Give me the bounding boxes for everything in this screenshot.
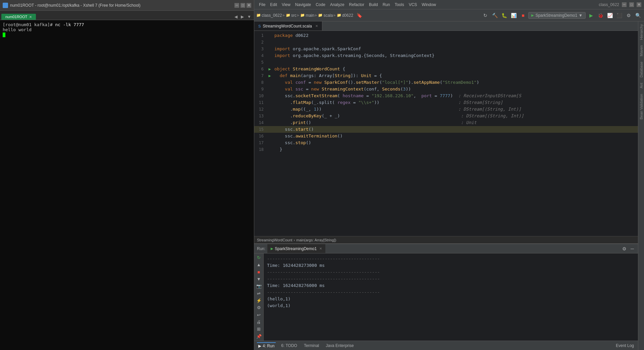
intellij-maximize-button[interactable]: □ bbox=[629, 2, 634, 7]
code-line-13: 13 .reduceByKey(_ + _) : DStream[(String… bbox=[254, 113, 638, 119]
menu-file[interactable]: File bbox=[257, 2, 267, 8]
tab-next-button[interactable]: ▶ bbox=[239, 14, 245, 20]
intellij-close-button[interactable]: ✕ bbox=[637, 2, 641, 7]
run-panel-tab[interactable]: ▶ SparkStreamingDemo1 ✕ bbox=[267, 244, 325, 253]
xshell-window-controls: ─ □ ✕ bbox=[234, 3, 251, 8]
intellij-minimize-button[interactable]: ─ bbox=[622, 2, 627, 7]
settings2-button[interactable]: ⚙ bbox=[255, 305, 263, 310]
code-line-2: 2 bbox=[254, 39, 638, 46]
tab-prev-button[interactable]: ◀ bbox=[233, 14, 239, 20]
layout-button[interactable]: ⊞ bbox=[255, 326, 263, 332]
tab-close-icon[interactable]: ✕ bbox=[29, 15, 32, 19]
code-line-15: 15 ssc.start() bbox=[254, 126, 638, 133]
editor-tab-label: StreamingWordCount.scala bbox=[263, 24, 312, 28]
side-panel-maven[interactable]: Maven bbox=[639, 43, 644, 59]
menu-view[interactable]: View bbox=[280, 2, 292, 8]
code-line-9: 9 val ssc = new StreamingContext(conf, S… bbox=[254, 86, 638, 93]
code-line-8: 8 val conf = new SparkConf().setMaster("… bbox=[254, 79, 638, 86]
menu-analyze[interactable]: Analyze bbox=[328, 2, 346, 8]
minimize-button[interactable]: ─ bbox=[234, 3, 239, 8]
search-everywhere-button[interactable]: 🔍 bbox=[634, 11, 642, 19]
code-line-14: 14 .print() : Unit bbox=[254, 119, 638, 126]
run-panel-body: ↻ ▲ ■ ▼ 📷 ⇌ ⚡ ⚙ ↩ 🖨 ⊞ 📌 bbox=[254, 253, 638, 341]
maximize-button[interactable]: □ bbox=[240, 3, 245, 8]
build-button[interactable]: 🔨 bbox=[491, 11, 499, 19]
scala-file-icon: S bbox=[258, 24, 261, 28]
code-line-18: 18 } bbox=[254, 146, 638, 153]
menu-build[interactable]: Build bbox=[367, 2, 380, 8]
bottom-tab-terminal[interactable]: Terminal bbox=[303, 343, 320, 349]
xshell-tab-num01root[interactable]: num01ROOT ✕ bbox=[1, 14, 36, 20]
side-panel-bean-validation[interactable]: Bean Validation bbox=[639, 91, 644, 122]
xshell-app-icon bbox=[3, 3, 8, 8]
run-panel-minimize-button[interactable]: ─ bbox=[629, 245, 635, 252]
code-line-1: 1 package d0622 bbox=[254, 32, 638, 39]
bottom-tab-event-log[interactable]: Event Log bbox=[614, 343, 635, 349]
run-gutter-icon-7[interactable]: ▶ bbox=[268, 72, 271, 79]
wrap-button[interactable]: ⇌ bbox=[255, 291, 263, 296]
stop-button[interactable]: ■ bbox=[519, 11, 527, 19]
stop-run-button[interactable]: ⬛ bbox=[615, 11, 623, 19]
run-config-selector[interactable]: ▶ SparkStreamingDemo1 ▼ bbox=[528, 12, 586, 19]
coverage-button[interactable]: 📊 bbox=[509, 11, 518, 19]
breadcrumb-path: 📁 class_0622 ▶ 📁 src ▶ 📁 main ▶ 📁 scala … bbox=[256, 11, 480, 19]
menu-code[interactable]: Code bbox=[314, 2, 327, 8]
menu-tools[interactable]: Tools bbox=[393, 2, 406, 8]
editor-tab-streaming[interactable]: S StreamingWordCount.scala ✕ bbox=[254, 21, 322, 31]
pin-button[interactable]: 📌 bbox=[255, 334, 263, 339]
terminal-body[interactable]: [root@num01 kafka]# nc -lk 7777 hello wo… bbox=[0, 20, 254, 350]
side-panel-database[interactable]: Database bbox=[639, 59, 644, 80]
run-tab-label: SparkStreamingDemo1 bbox=[275, 246, 317, 251]
bottom-bar: ▶ 4: Run 6: TODO Terminal Java Enterpris… bbox=[254, 341, 638, 350]
code-line-16: 16 ssc.awaitTermination() bbox=[254, 133, 638, 139]
bottom-tab-java-enterprise[interactable]: Java Enterprise bbox=[324, 343, 355, 349]
breadcrumb-bookmark-button[interactable]: 🔖 bbox=[355, 11, 363, 19]
refresh-button[interactable]: ↻ bbox=[481, 11, 489, 19]
editor-tab-close-icon[interactable]: ✕ bbox=[315, 24, 318, 28]
terminal-cursor bbox=[3, 33, 5, 37]
debug-run-button[interactable]: 🐞 bbox=[596, 11, 604, 19]
tab-menu-button[interactable]: ▼ bbox=[246, 14, 253, 20]
run-output-line-6: ----------------------------------------… bbox=[267, 276, 635, 282]
back-button[interactable]: ↩ bbox=[255, 312, 263, 318]
run-config-label: SparkStreamingDemo1 bbox=[535, 13, 577, 18]
menu-navigate[interactable]: Navigate bbox=[293, 2, 313, 8]
screenshot-button[interactable]: 📷 bbox=[255, 283, 263, 289]
breadcrumb-method: main(args: Array[String]) bbox=[296, 238, 336, 242]
terminal-output-line: hello world bbox=[3, 27, 251, 32]
rerun-button[interactable]: ↻ bbox=[255, 255, 263, 260]
code-line-12: 12 .map((_, 1)) : DStream[(String, Int)] bbox=[254, 106, 638, 113]
run-output: ----------------------------------------… bbox=[264, 253, 638, 341]
intellij-toolbar: 📁 class_0622 ▶ 📁 src ▶ 📁 main ▶ 📁 scala … bbox=[254, 9, 644, 21]
side-panel-ant[interactable]: Ant bbox=[639, 80, 644, 91]
intellij-menubar: File Edit View Navigate Code Analyze Ref… bbox=[254, 0, 644, 9]
run-coverage-button[interactable]: 📈 bbox=[606, 11, 614, 19]
code-line-3: 3 import org.apache.spark.SparkConf bbox=[254, 46, 638, 52]
scroll-down-button[interactable]: ▼ bbox=[255, 276, 263, 282]
project-icon: 📁 bbox=[256, 13, 261, 17]
run-output-line-9: (hello,1) bbox=[267, 296, 635, 302]
code-editor[interactable]: 1 package d0622 2 3 import org.a bbox=[254, 31, 638, 236]
run-panel-settings-button[interactable]: ⚙ bbox=[621, 245, 628, 252]
run-button[interactable]: ▶ bbox=[587, 11, 595, 19]
run-gutter-icon-6[interactable]: ▶ bbox=[268, 66, 271, 72]
debug-button[interactable]: 🐛 bbox=[500, 11, 508, 19]
filter-button[interactable]: ⚡ bbox=[255, 298, 263, 303]
bottom-tab-todo[interactable]: 6: TODO bbox=[280, 343, 299, 349]
menu-window[interactable]: Window bbox=[420, 2, 438, 8]
settings-button[interactable]: ⚙ bbox=[625, 11, 633, 19]
code-line-5: 5 bbox=[254, 59, 638, 66]
side-panel-hierarchy[interactable]: Hierarchy bbox=[639, 21, 644, 43]
bottom-tab-run[interactable]: ▶ 4: Run bbox=[257, 342, 276, 349]
menu-edit[interactable]: Edit bbox=[268, 2, 279, 8]
run-output-line-10: (world,1) bbox=[267, 302, 635, 309]
code-line-17: 17 ssc.stop() bbox=[254, 139, 638, 146]
scroll-up-button[interactable]: ▲ bbox=[255, 262, 263, 268]
print-button[interactable]: 🖨 bbox=[255, 319, 263, 325]
menu-vcs[interactable]: VCS bbox=[407, 2, 419, 8]
stop-run-button-2[interactable]: ■ bbox=[255, 269, 263, 275]
menu-refactor[interactable]: Refactor bbox=[347, 2, 366, 8]
run-tab-close-icon[interactable]: ✕ bbox=[319, 247, 322, 250]
close-button[interactable]: ✕ bbox=[247, 3, 251, 8]
menu-run[interactable]: Run bbox=[381, 2, 392, 8]
